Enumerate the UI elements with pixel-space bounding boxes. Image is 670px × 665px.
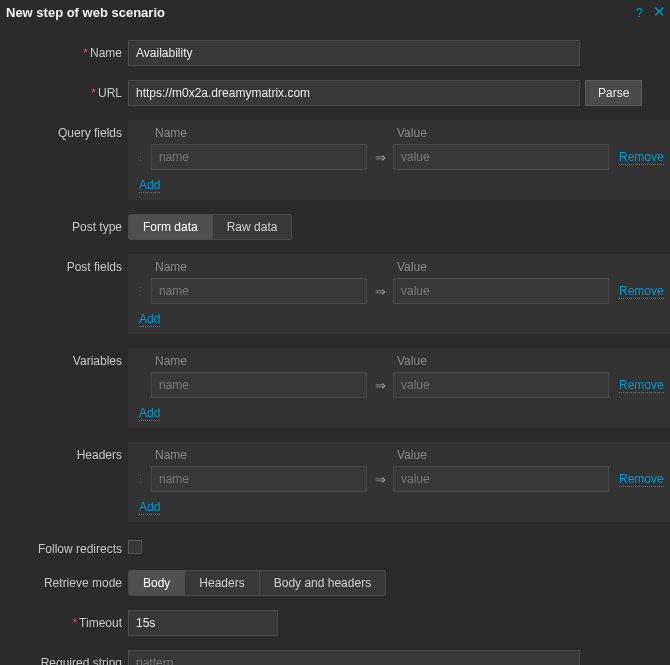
label-query-fields: Query fields: [0, 120, 128, 140]
arrow-icon: ⇒: [373, 378, 387, 393]
variables-block: Name Value ⇒ Remove Add: [128, 348, 670, 428]
post-name-input[interactable]: [151, 278, 367, 304]
remove-link[interactable]: Remove: [619, 284, 664, 299]
kv-header-value: Value: [377, 448, 595, 462]
header-name-input[interactable]: [151, 466, 367, 492]
label-follow-redirects: Follow redirects: [0, 536, 128, 556]
retrieve-mode-segment: Body Headers Body and headers: [128, 570, 386, 596]
variable-value-input[interactable]: [393, 372, 609, 398]
url-input[interactable]: [128, 80, 580, 106]
query-fields-block: Name Value ⇒ Remove Add: [128, 120, 670, 200]
arrow-icon: ⇒: [373, 472, 387, 487]
remove-link[interactable]: Remove: [619, 472, 664, 487]
post-type-raw-data[interactable]: Raw data: [213, 215, 292, 239]
remove-link[interactable]: Remove: [619, 378, 664, 393]
query-field-row: ⇒ Remove: [135, 144, 665, 170]
remove-link[interactable]: Remove: [619, 150, 664, 165]
name-input[interactable]: [128, 40, 580, 66]
kv-header-name: Name: [155, 448, 377, 462]
close-icon[interactable]: ✕: [653, 3, 666, 21]
label-headers: Headers: [0, 442, 128, 462]
post-fields-block: Name Value ⇒ Remove Add: [128, 254, 670, 334]
query-name-input[interactable]: [151, 144, 367, 170]
headers-block: Name Value ⇒ Remove Add: [128, 442, 670, 522]
add-query-field-link[interactable]: Add: [139, 178, 160, 193]
label-timeout: *Timeout: [0, 610, 128, 630]
add-post-field-link[interactable]: Add: [139, 312, 160, 327]
form: *Name *URL Parse Query fields Name Value…: [0, 26, 670, 665]
label-required-string: Required string: [0, 650, 128, 665]
post-field-row: ⇒ Remove: [135, 278, 665, 304]
kv-header-name: Name: [155, 260, 377, 274]
follow-redirects-checkbox[interactable]: [128, 540, 142, 554]
timeout-input[interactable]: [128, 610, 278, 636]
parse-button[interactable]: Parse: [585, 80, 642, 106]
help-icon[interactable]: ?: [636, 5, 643, 20]
kv-header-name: Name: [155, 126, 377, 140]
dialog-title: New step of web scenario: [6, 5, 636, 20]
kv-header-value: Value: [377, 260, 595, 274]
drag-handle-icon[interactable]: [135, 285, 145, 298]
required-string-input[interactable]: [128, 650, 580, 665]
label-retrieve-mode: Retrieve mode: [0, 570, 128, 590]
label-post-type: Post type: [0, 214, 128, 234]
kv-header-value: Value: [377, 354, 595, 368]
label-variables: Variables: [0, 348, 128, 368]
label-post-fields: Post fields: [0, 254, 128, 274]
post-value-input[interactable]: [393, 278, 609, 304]
add-header-link[interactable]: Add: [139, 500, 160, 515]
add-variable-link[interactable]: Add: [139, 406, 160, 421]
label-name: *Name: [0, 40, 128, 60]
header-row: ⇒ Remove: [135, 466, 665, 492]
header-value-input[interactable]: [393, 466, 609, 492]
variable-row: ⇒ Remove: [135, 372, 665, 398]
drag-handle-icon[interactable]: [135, 151, 145, 164]
post-type-segment: Form data Raw data: [128, 214, 292, 240]
query-value-input[interactable]: [393, 144, 609, 170]
arrow-icon: ⇒: [373, 284, 387, 299]
arrow-icon: ⇒: [373, 150, 387, 165]
retrieve-mode-body-and-headers[interactable]: Body and headers: [260, 571, 385, 595]
label-url: *URL: [0, 80, 128, 100]
drag-handle-icon[interactable]: [135, 473, 145, 486]
kv-header-name: Name: [155, 354, 377, 368]
retrieve-mode-body[interactable]: Body: [129, 571, 185, 595]
post-type-form-data[interactable]: Form data: [129, 215, 213, 239]
kv-header-value: Value: [377, 126, 595, 140]
retrieve-mode-headers[interactable]: Headers: [185, 571, 259, 595]
variable-name-input[interactable]: [151, 372, 367, 398]
